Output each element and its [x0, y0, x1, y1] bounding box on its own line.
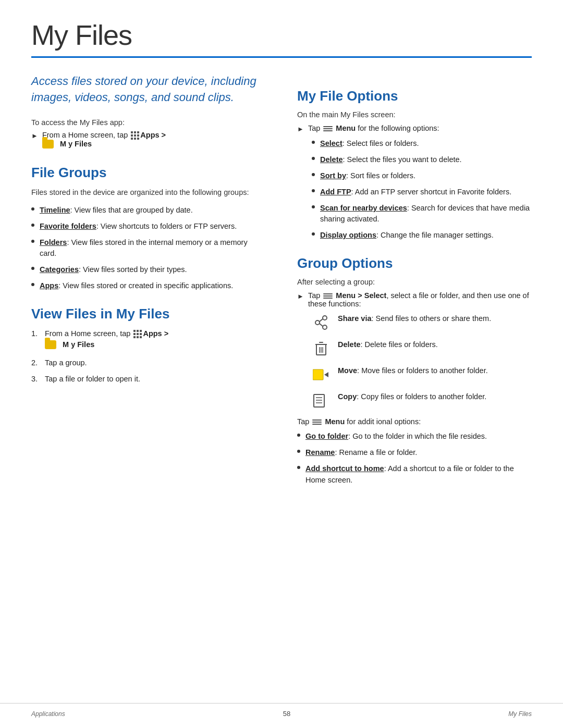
- list-item: 2. Tap a group.: [31, 357, 266, 368]
- view-files-list: 1. From a Home screen, tap Apps > M y Fi…: [31, 328, 266, 385]
- list-item: 1. From a Home screen, tap Apps > M y Fi…: [31, 328, 266, 352]
- icon-row-delete: Delete: Delete files or folders.: [312, 339, 532, 358]
- file-options-list: Select: Select files or folders. Delete:…: [312, 138, 532, 241]
- list-item: Scan for nearby devices: Search for devi…: [312, 203, 532, 225]
- arrow-icon: ►: [31, 132, 38, 140]
- list-item: Timeline: View files that are grouped by…: [31, 205, 266, 216]
- page-footer: Applications 58 My Files: [0, 703, 563, 718]
- svg-point-0: [323, 316, 327, 320]
- apps-grid-icon: [131, 131, 139, 140]
- bullet-icon: [31, 240, 34, 243]
- bullet-icon: [312, 189, 315, 192]
- list-item: Delete: Select the files you want to del…: [312, 154, 532, 165]
- list-item: Favorite folders: View shortcuts to fold…: [31, 221, 266, 232]
- intro-text: Access files stored on your device, incl…: [31, 73, 266, 106]
- svg-line-4: [320, 324, 323, 326]
- svg-marker-12: [324, 372, 328, 377]
- right-column: My File Options On the main My Files scr…: [297, 73, 532, 494]
- list-item: Apps: View files stored or created in sp…: [31, 280, 266, 291]
- tap-menu-item: ► Tap Menu for the following options:: [297, 124, 532, 133]
- bullet-icon: [312, 157, 315, 160]
- file-groups-title: File Groups: [31, 165, 266, 181]
- my-file-options-title: My File Options: [297, 88, 532, 104]
- bullet-icon: [312, 141, 315, 144]
- bullet-icon: [31, 207, 34, 211]
- access-step: ► From a Home screen, tap Apps > M y Fil…: [31, 131, 266, 150]
- icon-row-share: Share via: Send files to others or share…: [312, 313, 532, 332]
- page-title: My Files: [31, 19, 532, 51]
- footer-right: My Files: [508, 710, 532, 718]
- move-icon: [312, 365, 331, 384]
- view-files-title: View Files in My Files: [31, 306, 266, 322]
- list-item: Display options: Change the file manager…: [312, 230, 532, 241]
- tap-menu-select-item: ► Tap Menu > Select, select a file or fo…: [297, 291, 532, 308]
- header-divider: [31, 56, 532, 58]
- bullet-icon: [312, 232, 315, 236]
- apps-grid-icon-2: [133, 330, 142, 338]
- list-item: Folders: View files stored in the intern…: [31, 237, 266, 259]
- svg-point-2: [323, 325, 327, 329]
- bullet-icon: [297, 450, 300, 453]
- group-options-title: Group Options: [297, 255, 532, 272]
- list-item: 3. Tap a file or folder to open it.: [31, 374, 266, 385]
- bullet-icon: [312, 173, 315, 176]
- bullet-icon: [31, 283, 34, 286]
- group-options-icons: Share via: Send files to others or share…: [312, 313, 532, 410]
- bullet-icon: [297, 434, 300, 437]
- svg-rect-13: [314, 394, 324, 407]
- list-item: Add FTP: Add an FTP server shortcut in F…: [312, 187, 532, 198]
- after-selecting-label: After selecting a group:: [297, 278, 532, 286]
- icon-row-move: Move: Move files or folders to another f…: [312, 365, 532, 384]
- trash-icon: [312, 339, 331, 358]
- bullet-icon: [297, 466, 300, 469]
- left-column: Access files stored on your device, incl…: [31, 73, 266, 494]
- bullet-icon: [312, 205, 315, 208]
- footer-left: Applications: [31, 710, 65, 718]
- list-item: Rename: Rename a file or folder.: [297, 447, 532, 458]
- additional-options-label: Tap Menu for addit ional options:: [297, 417, 532, 426]
- share-icon: [312, 313, 331, 332]
- access-step-text: From a Home screen, tap Apps > M y Files: [42, 131, 166, 150]
- file-groups-desc: Files stored in the device are organized…: [31, 187, 266, 199]
- list-item: Go to folder: Go to the folder in which …: [297, 431, 532, 442]
- copy-icon: [312, 391, 331, 410]
- arrow-icon-3: ►: [297, 292, 304, 300]
- svg-line-3: [320, 319, 323, 322]
- svg-rect-11: [313, 369, 323, 380]
- list-item: Select: Select files or folders.: [312, 138, 532, 149]
- access-label: To access the My Files app:: [31, 118, 266, 127]
- myfiles-folder-icon-2: [45, 340, 56, 349]
- list-item: Add shortcut to home: Add a shortcut to …: [297, 463, 532, 485]
- list-item: Sort by: Sort files or folders.: [312, 170, 532, 181]
- icon-row-copy: Copy: Copy files or folders to another f…: [312, 391, 532, 410]
- list-item: Categories: View files sorted by their t…: [31, 264, 266, 275]
- bullet-icon: [31, 224, 34, 227]
- menu-icon-3: [312, 418, 322, 426]
- arrow-icon-2: ►: [297, 125, 304, 133]
- additional-options-list: Go to folder: Go to the folder in which …: [297, 431, 532, 485]
- myfiles-label: M y Files: [60, 140, 92, 148]
- myfiles-label-2: M y Files: [63, 339, 94, 350]
- menu-icon: [323, 125, 333, 132]
- svg-point-1: [315, 320, 320, 325]
- bullet-icon: [31, 267, 34, 270]
- on-main-label: On the main My Files screen:: [297, 110, 532, 119]
- myfiles-folder-icon: [42, 140, 54, 149]
- footer-page-number: 58: [283, 710, 290, 718]
- menu-icon-2: [323, 292, 333, 300]
- file-groups-list: Timeline: View files that are grouped by…: [31, 205, 266, 291]
